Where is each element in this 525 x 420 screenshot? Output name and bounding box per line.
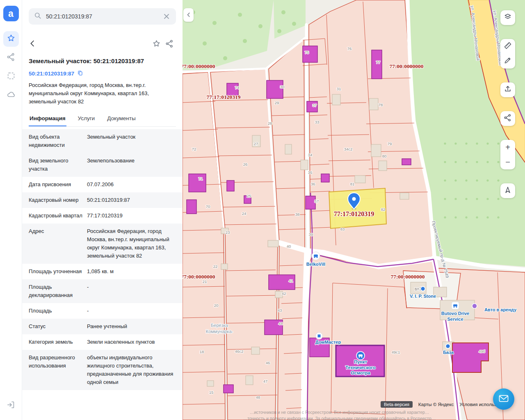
draw-button[interactable]	[500, 54, 515, 68]
poi-label: Пункт	[354, 359, 367, 364]
poi-label: Butovo Drive	[441, 311, 469, 316]
poi-label: База	[443, 350, 454, 355]
table-row: Категория земельЗемли населенных пунктов	[22, 334, 183, 350]
pencil-icon	[504, 56, 512, 66]
locate-arrow-icon	[504, 186, 512, 196]
table-row: АдресРоссийская Федерация, город Москва,…	[22, 224, 183, 264]
search-bar[interactable]	[29, 8, 176, 25]
collapse-panel-button[interactable]	[183, 8, 194, 22]
share-graph-button[interactable]	[3, 50, 19, 66]
parcel-number-label: 36	[311, 182, 315, 186]
parcel-number-label: 42	[282, 291, 286, 296]
row-label: Площадь	[29, 307, 87, 315]
row-label: Вид объекта недвижимости	[29, 133, 87, 149]
map-attribution: Beta-версия Карты © Яндекс Условия испол…	[381, 401, 512, 408]
parcel-number-label: 83	[340, 227, 345, 231]
tab-2[interactable]: Документы	[106, 112, 137, 126]
tab-0[interactable]: Информация	[29, 112, 66, 126]
parcel-number-label: 43	[278, 308, 282, 313]
parcel-number-label: 71	[199, 176, 203, 181]
row-value: Землепользование	[87, 157, 176, 173]
parcel-number-label: 77	[376, 60, 381, 64]
share-graph-icon	[7, 52, 16, 63]
object-address: Российская Федерация, город Москва, вн.т…	[29, 81, 176, 106]
page-title: Земельный участок: 50:21:0120319:87	[29, 57, 176, 64]
row-label: Площадь декларированная	[29, 283, 87, 299]
cadastral-quarter-label: 77:00:0000000	[183, 63, 215, 69]
copy-icon[interactable]	[77, 70, 83, 77]
parcel-number-label: 29	[275, 100, 279, 105]
parcel-number-label: 49б	[479, 349, 486, 354]
row-label: Адрес	[29, 227, 87, 260]
cadastral-map[interactable]: 757677743029317837283334с279277234268035…	[183, 0, 525, 420]
zoom-out-button[interactable]: −	[500, 155, 515, 169]
back-button[interactable]	[26, 37, 39, 50]
locate-button[interactable]	[500, 183, 515, 198]
upload-button[interactable]	[500, 82, 515, 97]
cadastral-number-link[interactable]: 50:21:0120319:87	[29, 70, 176, 77]
table-row: СтатусРанее учтенный	[22, 319, 183, 334]
selection-frame-button[interactable]	[3, 69, 19, 84]
zoom-group: + −	[500, 140, 515, 169]
logout-icon	[7, 400, 16, 411]
ruler-button[interactable]	[500, 39, 515, 54]
area-label: Берёзка	[211, 323, 228, 328]
parcel-number-label: 40	[287, 244, 291, 249]
favorite-star-button[interactable]	[150, 37, 163, 50]
map-area: 757677743029317837283334с279277234268035…	[183, 0, 525, 420]
share-object-button[interactable]	[163, 37, 176, 50]
ruler-icon	[504, 41, 512, 52]
row-label: Кадастровый квартал	[29, 212, 87, 220]
parcel-number-label: 82	[381, 207, 386, 212]
row-value: Ранее учтенный	[87, 322, 176, 331]
parcel-number-label: 31	[337, 87, 341, 91]
parcel-number-label: 28	[268, 121, 272, 126]
object-panel: Земельный участок: 50:21:0120319:87 50:2…	[22, 0, 183, 420]
row-label: Вид разрешенного использования	[29, 354, 87, 386]
parcel-number-label: 75	[305, 50, 309, 55]
row-value: -	[87, 283, 176, 299]
parcel-number-label: 39	[309, 232, 313, 237]
parcel-number-label: 33	[315, 120, 320, 124]
parcel-number-label: 37	[313, 103, 317, 107]
layers-button[interactable]	[500, 10, 515, 25]
share-map-button[interactable]	[500, 111, 515, 126]
app-window: a Земельный участок: 50:21:012	[0, 0, 525, 420]
cloud-icon	[7, 90, 16, 101]
parcel-number-label: 46с2	[235, 349, 244, 354]
object-header-row	[29, 37, 176, 50]
cadastral-quarter-label: 77:00:0000000	[389, 63, 423, 69]
chat-button[interactable]	[493, 388, 514, 410]
parcel-number-label: 47	[263, 379, 268, 383]
parcel-number-label: 18	[200, 349, 204, 354]
parcel-number-label: 15	[209, 390, 214, 395]
table-row: Вид земельного участкаЗемлепользование	[22, 153, 183, 177]
table-row: Кадастровый номер50:21:0120319:87	[22, 192, 183, 208]
parcel-number-label: 80	[382, 154, 387, 158]
clear-search-icon[interactable]	[162, 12, 171, 21]
parcel-number-label: 48	[256, 395, 260, 399]
app-logo[interactable]: a	[3, 6, 19, 21]
table-row: Площадь-	[22, 303, 183, 319]
beta-badge: Beta-версия	[381, 401, 413, 408]
map-copyright: Карты © Яндекс	[418, 402, 454, 407]
parcel-number-label: 34	[308, 153, 313, 157]
row-label: Вид земельного участка	[29, 157, 87, 173]
icon-rail: a	[0, 0, 22, 420]
cadastral-quarter-label: 77:00:0000000	[390, 274, 425, 280]
zoom-in-button[interactable]: +	[500, 140, 515, 155]
upload-icon	[504, 85, 512, 95]
logout-button[interactable]	[3, 398, 19, 413]
cloud-button[interactable]	[3, 88, 19, 103]
favorites-button[interactable]	[3, 31, 19, 47]
poi-label: Авто в аренду	[484, 307, 517, 312]
poi-label: Осмотра	[351, 370, 370, 375]
search-input[interactable]	[46, 13, 158, 20]
star-icon	[7, 34, 16, 44]
poi-label: V. I. P. Stone	[410, 294, 436, 299]
cadastral-quarter-label: 77:17:0120319	[206, 94, 240, 100]
parcel-number-label: 34с2	[344, 147, 353, 151]
layers-icon	[504, 13, 512, 23]
cadastral-number-text: 50:21:0120319:87	[29, 71, 74, 77]
tab-1[interactable]: Услуги	[77, 112, 96, 126]
